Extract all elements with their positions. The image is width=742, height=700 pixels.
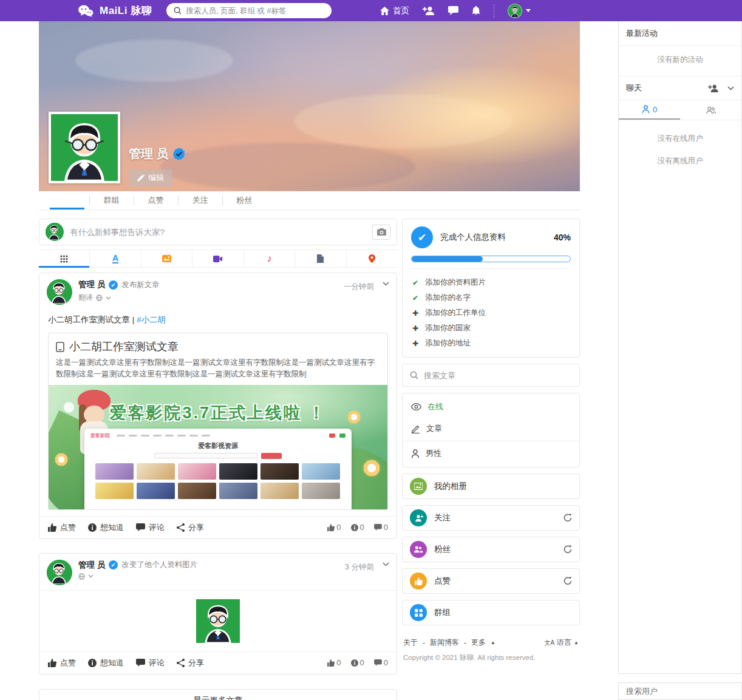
nav-profile-menu[interactable]	[508, 4, 531, 18]
checklist-item-country[interactable]: ✚添加你的国家	[411, 321, 571, 336]
verified-badge-icon	[173, 148, 185, 160]
post-menu-chevron-icon[interactable]	[383, 282, 389, 286]
new-profile-photo[interactable]	[196, 599, 240, 643]
groups-card[interactable]: 群组	[402, 600, 580, 625]
global-search-input[interactable]	[186, 7, 324, 15]
filter-music[interactable]: ♪	[243, 250, 294, 267]
like-label: 点赞	[60, 522, 76, 533]
search-articles-input[interactable]	[424, 371, 572, 380]
language-selector[interactable]: 文A 语言 ▲	[544, 637, 579, 648]
checklist-item-workplace[interactable]: ✚添加你的工作单位	[411, 305, 571, 321]
article-preview-card[interactable]: 小二胡工作室测试文章 这是一篇测试文章这里有字数限制这是一篇测试文章这里有字数限…	[48, 333, 388, 510]
comment-button[interactable]: 评论	[136, 658, 165, 668]
cloud-decoration	[75, 39, 233, 82]
cover-photo[interactable]: 管理 员 编辑	[39, 21, 580, 191]
upload-photo-button[interactable]	[372, 225, 390, 240]
chat-tab-online[interactable]: 0	[619, 100, 680, 120]
composer-input[interactable]	[70, 228, 366, 237]
brand-name[interactable]: MaiLi 脉聊	[100, 4, 152, 18]
wonder-count[interactable]: 0	[351, 523, 364, 532]
post-author-name[interactable]: 管理 员	[78, 560, 105, 571]
search-users-box[interactable]	[618, 682, 742, 700]
post-author-name[interactable]: 管理 员	[78, 279, 105, 290]
filter-all[interactable]	[39, 250, 89, 267]
footer-separator: -	[423, 639, 425, 647]
followers-card[interactable]: 粉丝	[402, 537, 580, 562]
nav-avatar	[508, 4, 522, 18]
activity-sidebar: 最新活动 没有新的活动 聊天 0	[618, 21, 742, 674]
post-menu-chevron-icon[interactable]	[383, 562, 389, 566]
like-count[interactable]: 0	[327, 523, 341, 532]
profile-name-row: 管理 员	[129, 146, 185, 162]
global-search[interactable]	[166, 3, 332, 18]
refresh-icon[interactable]	[563, 514, 572, 522]
globe-icon	[96, 294, 103, 301]
edit-profile-button[interactable]: 编辑	[129, 169, 172, 186]
tab-timeline[interactable]	[45, 191, 89, 209]
filter-photos[interactable]	[141, 250, 192, 267]
comment-icon	[374, 524, 382, 531]
caret-up-icon: ▲	[574, 640, 579, 645]
checklist-item-profile-photo[interactable]: ✔添加你的资料图片	[411, 275, 571, 290]
nav-messages[interactable]	[448, 6, 458, 15]
likes-card[interactable]: 点赞	[402, 568, 580, 594]
add-friend-icon[interactable]	[708, 84, 719, 92]
footer-link-more[interactable]: 更多	[471, 637, 486, 648]
album-icon	[410, 478, 427, 495]
search-articles[interactable]	[402, 364, 580, 387]
article-image[interactable]: 爱客影院3.7正式上线啦 ！ 爱客影院 爱客影视资源	[49, 385, 387, 509]
refresh-icon[interactable]	[563, 545, 572, 554]
website-screenshot: 爱客影院 爱客影视资源	[84, 429, 352, 509]
nav-home[interactable]: 首页	[380, 5, 409, 16]
share-button[interactable]: 分享	[177, 658, 204, 668]
post-composer[interactable]	[39, 219, 397, 245]
chevron-down-icon[interactable]	[106, 296, 111, 300]
brand-logo-icon	[78, 5, 94, 17]
profile-name: 管理 员	[129, 146, 169, 162]
photo-icon	[162, 255, 171, 262]
checklist-item-address[interactable]: ✚添加你的地址	[411, 336, 571, 351]
comment-count[interactable]: 0	[374, 523, 388, 532]
footer-link-about[interactable]: 关于	[403, 637, 418, 648]
like-button[interactable]: 点赞	[48, 658, 76, 668]
wonder-button[interactable]: 想知道	[88, 658, 124, 668]
translate-link[interactable]: 翻译	[78, 293, 93, 303]
tab-likes[interactable]: 点赞	[134, 191, 178, 209]
my-albums-card[interactable]: 我的相册	[402, 474, 580, 499]
post-author-avatar[interactable]	[47, 560, 72, 585]
tab-following[interactable]: 关注	[178, 191, 222, 209]
plus-icon: ✚	[411, 339, 420, 348]
wonder-count[interactable]: 0	[351, 658, 364, 667]
comment-button[interactable]: 评论	[136, 522, 165, 533]
post-author-avatar[interactable]	[47, 279, 72, 305]
load-more-button[interactable]: 显示更多文章	[39, 689, 397, 700]
tab-groups[interactable]: 群组	[89, 191, 134, 209]
post-action-text: 改变了他个人资料图片	[121, 560, 197, 570]
comment-count[interactable]: 0	[374, 658, 388, 667]
wonder-button[interactable]: 想知道	[88, 522, 124, 533]
following-card[interactable]: 关注	[402, 505, 580, 531]
chat-title: 聊天	[626, 83, 642, 93]
footer-link-blog[interactable]: 新闻博客	[430, 637, 459, 648]
hashtag-link[interactable]: #小二胡	[137, 315, 166, 324]
profile-photo-attachment[interactable]	[39, 590, 397, 651]
filter-text[interactable]: A	[89, 250, 140, 267]
chat-panel-header: 聊天	[619, 76, 741, 100]
filter-videos[interactable]	[192, 250, 243, 267]
like-button[interactable]: 点赞	[48, 522, 76, 533]
chevron-down-icon[interactable]	[727, 86, 734, 90]
chevron-down-icon	[526, 9, 531, 12]
filter-files[interactable]	[294, 250, 345, 267]
share-button[interactable]: 分享	[177, 522, 204, 533]
refresh-icon[interactable]	[563, 577, 572, 585]
chevron-down-icon[interactable]	[88, 574, 94, 578]
filter-map[interactable]	[346, 250, 397, 267]
profile-avatar[interactable]	[49, 112, 120, 183]
tab-followers[interactable]: 粉丝	[222, 191, 267, 209]
like-count[interactable]: 0	[327, 658, 341, 667]
nav-add-friend[interactable]	[423, 6, 435, 15]
search-users-input[interactable]	[626, 687, 734, 696]
nav-notifications[interactable]	[472, 6, 480, 16]
chat-tab-groups[interactable]	[680, 100, 741, 120]
checklist-item-name[interactable]: ✔添加你的名字	[411, 290, 571, 305]
